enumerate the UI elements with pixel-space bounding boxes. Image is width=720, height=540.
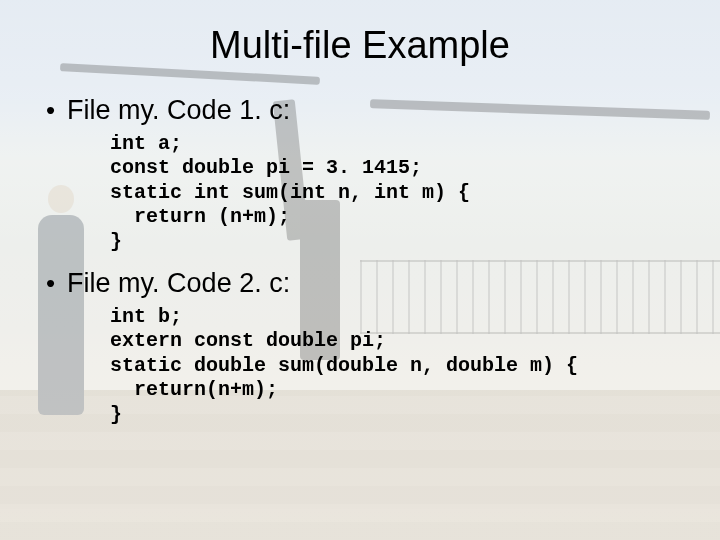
code-block: int b; extern const double pi; static do…: [110, 305, 684, 427]
bullet-label: File my. Code 2. c:: [67, 268, 290, 299]
bullet-list: • File my. Code 1. c: int a; const doubl…: [36, 95, 684, 427]
bullet-icon: •: [46, 270, 55, 296]
bullet-icon: •: [46, 97, 55, 123]
bullet-label: File my. Code 1. c:: [67, 95, 290, 126]
list-item: • File my. Code 1. c: int a; const doubl…: [46, 95, 684, 254]
slide: Multi-file Example • File my. Code 1. c:…: [0, 0, 720, 540]
code-block: int a; const double pi = 3. 1415; static…: [110, 132, 684, 254]
slide-title: Multi-file Example: [36, 24, 684, 67]
list-item: • File my. Code 2. c: int b; extern cons…: [46, 268, 684, 427]
content-area: Multi-file Example • File my. Code 1. c:…: [0, 0, 720, 427]
